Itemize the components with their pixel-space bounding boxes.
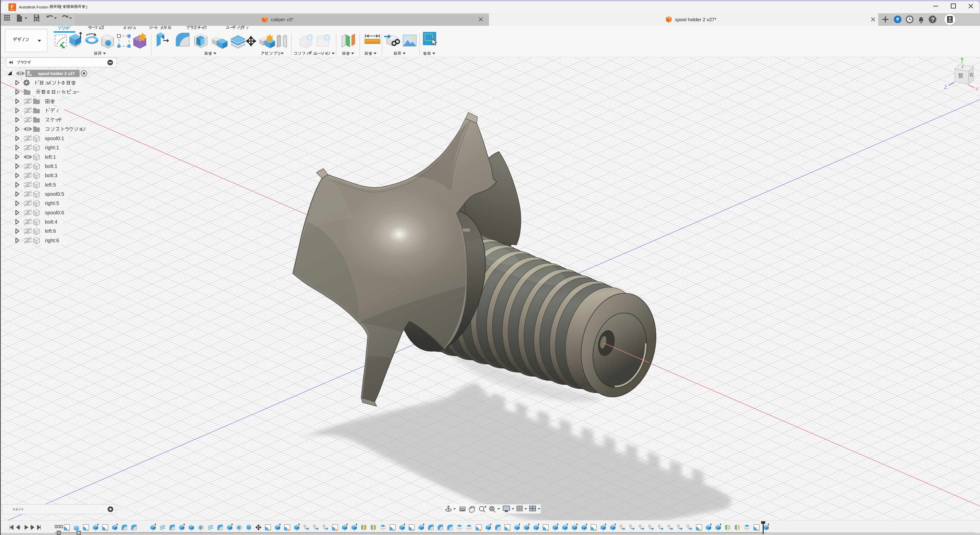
svg-text:right:1: right:1 [45,145,59,150]
svg-text:?: ? [931,16,934,23]
svg-text:bolt:3: bolt:3 [45,172,57,178]
svg-text:spool0:1: spool0:1 [45,136,64,141]
svg-text:left:6: left:6 [45,228,56,234]
svg-text:left:1: left:1 [45,154,56,160]
svg-text:X: X [975,86,979,92]
svg-text:spool holder 2 v27: spool holder 2 v27 [38,71,75,76]
svg-text:right:6: right:6 [45,238,59,243]
svg-text:Z: Z [944,84,947,90]
svg-text:Autodesk Fusion: Autodesk Fusion [19,5,48,9]
svg-text:spool0:6: spool0:6 [45,210,64,216]
svg-text:left:5: left:5 [45,182,56,188]
svg-text:bolt:4: bolt:4 [45,219,57,225]
svg-text:(: ( [60,5,62,9]
svg-text:): ) [86,5,87,9]
svg-text:right:5: right:5 [45,200,59,206]
svg-text:bolt:1: bolt:1 [45,163,57,169]
svg-text:spool0:5: spool0:5 [45,191,64,197]
